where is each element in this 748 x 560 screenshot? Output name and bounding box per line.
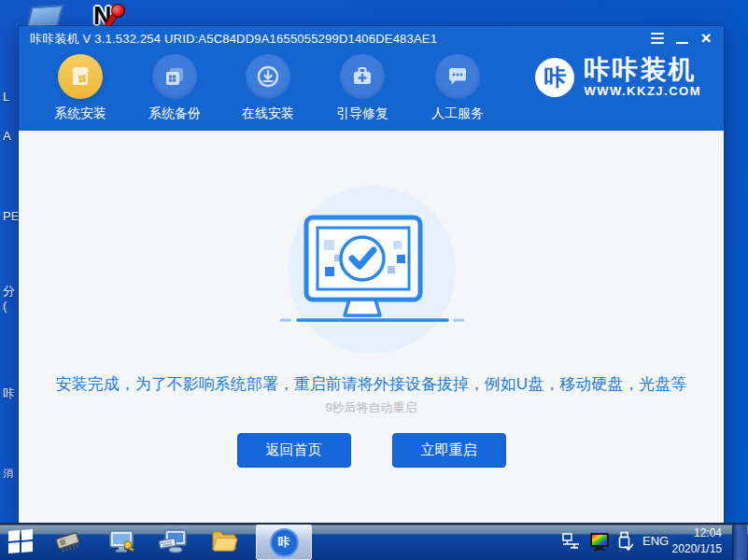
taskbar-explorer[interactable] bbox=[209, 527, 239, 555]
computer-keyboard-icon bbox=[159, 528, 189, 554]
home-button[interactable]: 返回首页 bbox=[237, 433, 351, 468]
restart-countdown: 9秒后将自动重启 bbox=[19, 399, 724, 416]
start-button[interactable] bbox=[6, 527, 35, 555]
desktop-label-fragment: PE bbox=[3, 209, 20, 223]
desktop-label-fragment: L bbox=[3, 90, 20, 104]
desktop-label-fragment: 分 bbox=[3, 283, 20, 300]
usb-eject-icon bbox=[616, 531, 633, 552]
main-content: 安装完成，为了不影响系统部署，重启前请将外接设备拔掉，例如U盘，移动硬盘，光盘等… bbox=[19, 131, 724, 523]
brand-logo: 咔 咔咔装机 WWW.KKZJ.COM bbox=[535, 56, 701, 98]
system-backup-icon bbox=[152, 54, 197, 99]
show-desktop-button[interactable] bbox=[732, 525, 747, 560]
color-display-icon bbox=[588, 531, 611, 552]
red-key-icon bbox=[111, 4, 125, 18]
taskbar: 咔 bbox=[0, 523, 748, 560]
titlebar[interactable]: 咔咔装机 V 3.1.532.254 URID:A5C84DD9A1655055… bbox=[19, 26, 724, 50]
window-header: 咔咔装机 V 3.1.532.254 URID:A5C84DD9A1655055… bbox=[19, 26, 724, 131]
brand-name: 咔咔装机 bbox=[584, 56, 701, 84]
brand-logo-text: 咔咔装机 WWW.KKZJ.COM bbox=[584, 56, 701, 98]
nav-label: 系统备份 bbox=[139, 105, 210, 122]
windows-logo-icon bbox=[8, 529, 33, 553]
kaka-app-icon: 咔 bbox=[270, 528, 299, 557]
desktop-label-fragment: 消 bbox=[3, 467, 20, 481]
monitor-key-icon bbox=[107, 528, 135, 554]
taskbar-chip-app[interactable] bbox=[52, 527, 82, 555]
close-icon[interactable]: × bbox=[696, 29, 716, 48]
window-title: 咔咔装机 V 3.1.532.254 URID:A5C84DD9A1655055… bbox=[30, 31, 437, 48]
nav-label: 人工服务 bbox=[422, 105, 493, 122]
memory-chip-icon bbox=[52, 528, 82, 554]
taskbar-screenshot-app[interactable] bbox=[106, 527, 136, 555]
action-buttons: 返回首页 立即重启 bbox=[19, 433, 724, 468]
tray-date: 2020/1/15 bbox=[656, 541, 722, 557]
online-install-icon bbox=[246, 54, 290, 99]
nav-human-service[interactable]: 人工服务 bbox=[422, 54, 493, 122]
restart-button[interactable]: 立即重启 bbox=[392, 433, 506, 468]
nav-label: 引导修复 bbox=[327, 105, 398, 122]
minimize-icon[interactable] bbox=[671, 29, 692, 48]
taskbar-pc-app[interactable] bbox=[159, 527, 189, 555]
nav-label: 系统安装 bbox=[45, 105, 116, 122]
desktop-label-fragment: A bbox=[3, 129, 20, 143]
tray-display-icon[interactable] bbox=[586, 527, 613, 555]
tray-network-icon[interactable] bbox=[558, 527, 585, 555]
folder-icon bbox=[210, 529, 238, 553]
nav-boot-repair[interactable]: 引导修复 bbox=[327, 54, 398, 122]
desktop-label-fragment: ( bbox=[3, 299, 20, 313]
brand-url: WWW.KKZJ.COM bbox=[584, 84, 701, 98]
network-icon bbox=[561, 532, 582, 551]
monitor-check-icon bbox=[277, 210, 466, 329]
menu-icon[interactable] bbox=[647, 29, 668, 48]
success-illustration bbox=[288, 186, 456, 354]
taskbar-kaka-active[interactable]: 咔 bbox=[256, 525, 312, 560]
brand-logo-icon: 咔 bbox=[535, 58, 574, 97]
kaka-installer-window: 咔咔装机 V 3.1.532.254 URID:A5C84DD9A1655055… bbox=[19, 26, 724, 523]
desktop-label-fragment: 咔 bbox=[3, 385, 20, 402]
human-service-icon bbox=[435, 54, 480, 99]
nav-online-install[interactable]: 在线安装 bbox=[233, 54, 303, 122]
system-install-icon bbox=[58, 54, 103, 99]
tray-usb-icon[interactable] bbox=[613, 527, 637, 555]
tray-clock[interactable]: 12:04 2020/1/15 bbox=[656, 525, 722, 557]
nav-system-backup[interactable]: 系统备份 bbox=[139, 54, 210, 122]
completion-message: 安装完成，为了不影响系统部署，重启前请将外接设备拔掉，例如U盘，移动硬盘，光盘等 bbox=[19, 373, 724, 395]
nav-label: 在线安装 bbox=[233, 105, 303, 122]
tray-time: 12:04 bbox=[656, 525, 722, 541]
boot-repair-icon bbox=[340, 54, 385, 99]
nav-system-install[interactable]: 系统安装 bbox=[45, 54, 116, 122]
